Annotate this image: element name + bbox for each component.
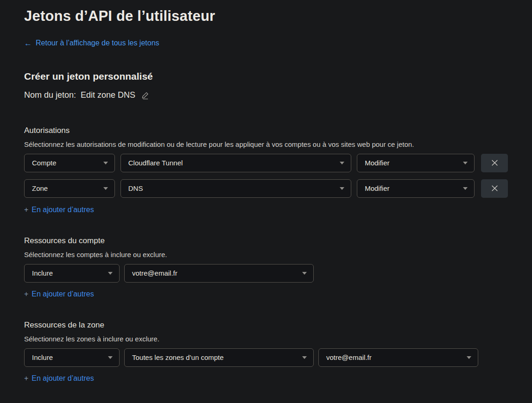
plus-icon: + [24,290,28,298]
account-operator-select[interactable]: Inclure [24,264,120,283]
permission-type-value: Cloudflare Tunnel [128,159,183,167]
caret-down-icon [302,272,307,275]
permission-scope-select[interactable]: Compte [24,154,115,172]
caret-down-icon [103,162,108,164]
caret-down-icon [467,356,471,359]
permission-type-select[interactable]: DNS [120,179,351,198]
permission-row: Compte Cloudflare Tunnel Modifier [24,154,508,172]
user-api-tokens-page: Jetons d’API de l’utilisateur ← Retour à… [0,0,532,383]
permission-row: Zone DNS Modifier [24,179,508,198]
token-name-row: Nom du jeton: Edit zone DNS [24,90,508,101]
add-account-resource-link[interactable]: + En ajouter d’autres [24,290,94,298]
permission-access-select[interactable]: Modifier [357,179,475,198]
permission-scope-select[interactable]: Zone [24,179,115,198]
zone-resources-description: Sélectionnez les zones à inclure ou excl… [24,335,508,343]
zone-scope-select[interactable]: Toutes les zones d’un compte [124,348,314,367]
back-link-label: Retour à l’affichage de tous les jetons [36,39,159,47]
caret-down-icon [340,162,344,164]
caret-down-icon [108,272,113,275]
caret-down-icon [463,187,468,190]
permission-type-value: DNS [128,184,143,192]
permission-scope-value: Compte [32,159,57,167]
token-name-label: Nom du jeton: [24,90,76,100]
permission-access-select[interactable]: Modifier [357,154,475,172]
edit-token-name-button[interactable] [140,90,150,101]
token-name-value: Edit zone DNS [81,90,135,100]
add-permission-link[interactable]: + En ajouter d’autres [24,206,94,214]
account-value-select[interactable]: votre@email.fr [124,264,314,283]
permission-access-value: Modifier [365,159,389,167]
close-icon [491,159,499,167]
account-resources-description: Sélectionnez les comptes à inclure ou ex… [24,251,508,258]
add-zone-resource-link[interactable]: + En ajouter d’autres [24,374,94,383]
account-resources-heading: Ressources du compte [24,236,508,246]
create-token-heading: Créer un jeton personnalisé [24,71,508,82]
plus-icon: + [24,206,28,214]
remove-permission-button[interactable] [481,179,508,198]
permission-type-select[interactable]: Cloudflare Tunnel [120,154,351,172]
permissions-heading: Autorisations [24,126,508,135]
add-permission-label: En ajouter d’autres [32,206,94,214]
add-account-resource-label: En ajouter d’autres [32,290,94,298]
close-icon [491,184,499,192]
zone-operator-select[interactable]: Inclure [24,348,120,367]
zone-resource-row: Inclure Toutes les zones d’un compte vot… [24,348,508,367]
plus-icon: + [24,374,28,383]
caret-down-icon [340,187,344,190]
caret-down-icon [302,356,307,359]
caret-down-icon [103,187,108,190]
back-to-tokens-link[interactable]: ← Retour à l’affichage de tous les jeton… [24,39,159,47]
page-title: Jetons d’API de l’utilisateur [24,7,508,25]
left-arrow-icon: ← [24,39,32,47]
caret-down-icon [463,162,468,164]
zone-operator-value: Inclure [32,353,53,361]
edit-pencil-icon [141,91,149,100]
caret-down-icon [108,356,113,359]
permission-scope-value: Zone [32,184,48,192]
remove-permission-button[interactable] [481,154,508,172]
account-value: votre@email.fr [132,269,177,277]
add-zone-resource-label: En ajouter d’autres [32,374,94,383]
account-resource-row: Inclure votre@email.fr [24,264,508,283]
zone-resources-heading: Ressources de la zone [24,321,508,330]
zone-account-value: votre@email.fr [326,353,372,361]
zone-scope-value: Toutes les zones d’un compte [132,353,224,361]
permissions-description: Sélectionnez les autorisations de modifi… [24,140,508,148]
permission-access-value: Modifier [365,184,389,192]
zone-account-select[interactable]: votre@email.fr [318,348,478,367]
account-operator-value: Inclure [32,269,53,277]
